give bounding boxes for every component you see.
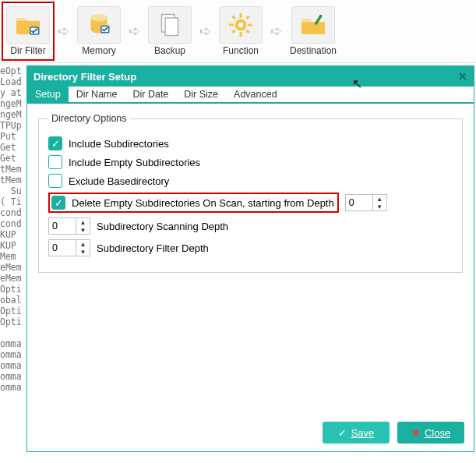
input-delete-depth-field[interactable] bbox=[346, 195, 372, 210]
svg-rect-10 bbox=[248, 24, 252, 27]
toolbar-backup[interactable]: Backup bbox=[145, 3, 195, 59]
input-filter-depth[interactable]: ▲▼ bbox=[48, 239, 90, 256]
tab-advanced[interactable]: Advanced bbox=[226, 87, 285, 102]
directory-options-group: Directory Options Include Subdirectories… bbox=[38, 113, 463, 273]
svg-rect-11 bbox=[231, 16, 235, 19]
memory-icon bbox=[77, 6, 121, 44]
checkbox-exclude-base[interactable] bbox=[48, 174, 62, 188]
svg-point-15 bbox=[238, 23, 243, 27]
label-include-sub: Include Subdirectories bbox=[69, 138, 169, 150]
input-delete-depth[interactable]: ▲▼ bbox=[345, 194, 387, 211]
spinner-up-icon[interactable]: ▲ bbox=[373, 195, 386, 203]
svg-rect-9 bbox=[229, 24, 234, 27]
save-button-label: Save bbox=[351, 427, 375, 439]
toolbar-label: Memory bbox=[82, 45, 115, 56]
input-filter-depth-field[interactable] bbox=[49, 240, 76, 256]
spinner-up-icon[interactable]: ▲ bbox=[76, 240, 90, 248]
svg-rect-12 bbox=[245, 30, 249, 34]
label-include-empty: Include Empty Subdirectories bbox=[69, 157, 200, 168]
svg-rect-14 bbox=[231, 30, 235, 34]
checkbox-include-empty[interactable] bbox=[48, 155, 62, 169]
toolbar-label: Function bbox=[223, 45, 259, 56]
arrow-icon: ➪ bbox=[195, 23, 216, 40]
label-scan-depth: Subdirectory Scanning Depth bbox=[97, 221, 228, 232]
toolbar-function[interactable]: Function bbox=[216, 3, 266, 59]
spinner-down-icon[interactable]: ▼ bbox=[76, 226, 90, 234]
checkbox-include-sub[interactable] bbox=[48, 136, 62, 150]
spinner-down-icon[interactable]: ▼ bbox=[76, 248, 90, 256]
tab-dir-date[interactable]: Dir Date bbox=[125, 87, 176, 102]
svg-rect-13 bbox=[245, 16, 249, 19]
arrow-icon: ➪ bbox=[53, 23, 74, 40]
checkbox-delete-empty[interactable] bbox=[51, 196, 65, 210]
label-delete-empty: Delete Empty Subdirectories On Scan, sta… bbox=[72, 197, 334, 209]
destination-icon bbox=[291, 6, 335, 44]
input-scan-depth-field[interactable] bbox=[49, 218, 76, 234]
label-exclude-base: Exclude Basedirectory bbox=[69, 175, 169, 187]
toolbar-label: Backup bbox=[154, 45, 185, 56]
toolbar-dir-filter[interactable]: Dir Filter bbox=[3, 3, 53, 59]
close-icon[interactable]: ✕ bbox=[458, 70, 467, 83]
highlighted-option: Delete Empty Subdirectories On Scan, sta… bbox=[48, 193, 339, 213]
toolbar-memory[interactable]: Memory bbox=[74, 3, 124, 59]
toolbar-label: Dir Filter bbox=[10, 45, 45, 56]
x-icon: ✖ bbox=[411, 427, 420, 439]
dialog-footer: ✓ Save ✖ Close bbox=[27, 414, 474, 451]
directory-filter-dialog: Directory Filter Setup ✕ Setup Dir Name … bbox=[26, 65, 474, 452]
input-scan-depth[interactable]: ▲▼ bbox=[48, 217, 90, 235]
toolbar: Dir Filter ➪ Memory ➪ Backup ➪ Function … bbox=[0, 0, 476, 63]
dialog-titlebar: Directory Filter Setup ✕ bbox=[27, 66, 474, 87]
arrow-icon: ➪ bbox=[266, 23, 287, 40]
check-icon: ✓ bbox=[338, 427, 347, 439]
svg-rect-8 bbox=[240, 32, 242, 37]
svg-rect-7 bbox=[240, 13, 242, 18]
folder-filter-icon bbox=[6, 6, 50, 44]
label-filter-depth: Subdirectory Filter Depth bbox=[97, 242, 209, 254]
tab-setup[interactable]: Setup bbox=[27, 87, 69, 102]
arrow-icon: ➪ bbox=[124, 23, 145, 40]
backup-icon bbox=[148, 6, 192, 44]
gear-icon bbox=[219, 6, 263, 44]
close-button-label: Close bbox=[425, 427, 450, 439]
dialog-title: Directory Filter Setup bbox=[33, 71, 136, 83]
svg-point-2 bbox=[91, 15, 108, 22]
dialog-panel: Directory Options Include Subdirectories… bbox=[27, 104, 474, 414]
save-button[interactable]: ✓ Save bbox=[323, 422, 390, 444]
spinner-down-icon[interactable]: ▼ bbox=[373, 203, 386, 210]
tab-dir-size[interactable]: Dir Size bbox=[176, 87, 226, 102]
svg-rect-5 bbox=[165, 18, 178, 36]
tab-dir-name[interactable]: Dir Name bbox=[69, 87, 125, 102]
toolbar-destination[interactable]: Destination bbox=[287, 3, 340, 59]
toolbar-label: Destination bbox=[290, 45, 337, 56]
dialog-tabs: Setup Dir Name Dir Date Dir Size Advance… bbox=[27, 87, 474, 104]
spinner-up-icon[interactable]: ▲ bbox=[76, 218, 90, 226]
close-button[interactable]: ✖ Close bbox=[397, 422, 464, 444]
group-legend: Directory Options bbox=[48, 113, 130, 124]
